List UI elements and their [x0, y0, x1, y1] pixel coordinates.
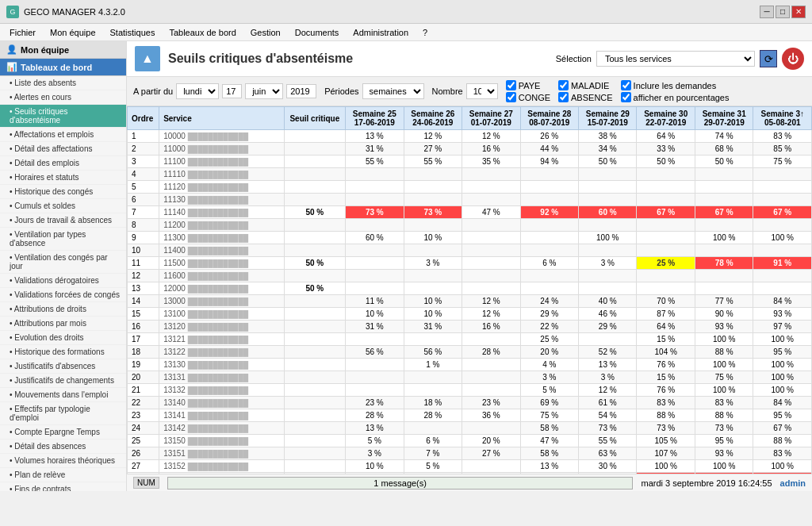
s31-cell — [695, 244, 753, 257]
menu-statistiques[interactable]: Statistiques — [104, 26, 162, 39]
seuil-cell — [284, 295, 345, 308]
menu-help[interactable]: ? — [416, 26, 434, 39]
s32-cell: 100 % — [753, 460, 812, 473]
checkbox-absence[interactable]: ABSENCE — [558, 92, 613, 102]
periodes-select[interactable]: semaines — [362, 83, 424, 99]
sidebar-item-valid-derogatoires[interactable]: • Validations dérogatoires — [0, 274, 126, 288]
s30-cell: 73 % — [637, 422, 695, 435]
sidebar-item-liste-absents[interactable]: • Liste des absents — [0, 76, 126, 90]
sidebar-item-detail-absences[interactable]: • Détail des absences — [0, 440, 126, 454]
checkbox-paye[interactable]: PAYE — [506, 80, 550, 90]
s27-cell — [462, 422, 520, 435]
s30-cell: 104 % — [637, 346, 695, 359]
service-cell: 13151 ████████████ — [159, 447, 284, 460]
sidebar-item-plan-releve[interactable]: • Plan de relève — [0, 468, 126, 482]
s31-cell — [695, 168, 753, 181]
s26-cell: 27 % — [404, 143, 462, 155]
sidebar-item-detail-aff[interactable]: • Détail des affectations — [0, 142, 126, 156]
service-cell: 13150 ████████████ — [159, 435, 284, 447]
seuil-cell: 50 % — [284, 206, 345, 219]
sidebar-item-jours-travail[interactable]: • Jours de travail & absences — [0, 213, 126, 228]
s28-cell: 22 % — [520, 321, 578, 333]
s28-cell: 75 % — [520, 409, 578, 422]
selection-dropdown[interactable]: Tous les services — [596, 51, 755, 67]
sidebar-mon-equipe-label: Mon équipe — [21, 45, 69, 55]
sidebar-item-volumes-horaires[interactable]: • Volumes horaires théoriques — [0, 454, 126, 468]
s28-cell: 44 % — [520, 143, 578, 155]
sidebar-item-affectations[interactable]: • Affectations et emplois — [0, 128, 126, 142]
s27-cell: 47 % — [462, 206, 520, 219]
menu-gestion[interactable]: Gestion — [244, 26, 287, 39]
checkbox-inclure[interactable]: Inclure les demandes — [621, 80, 730, 90]
menu-fichier[interactable]: Fichier — [3, 26, 42, 39]
sidebar-item-attr-droits[interactable]: • Attributions de droits — [0, 302, 126, 317]
menu-documents[interactable]: Documents — [289, 26, 346, 39]
sidebar-item-mouvements[interactable]: • Mouvements dans l'emploi — [0, 388, 126, 402]
sidebar-section-tableaux[interactable]: 📊 Tableaux de bord — [0, 59, 126, 76]
day-select[interactable]: lundi — [176, 83, 219, 99]
s31-cell — [695, 282, 753, 295]
s25-cell: 23 % — [346, 397, 404, 409]
s25-cell: 13 % — [346, 422, 404, 435]
table-row: 2 — [128, 143, 159, 155]
s26-cell: 31 % — [404, 321, 462, 333]
menu-administration[interactable]: Administration — [347, 26, 415, 39]
date-day-input[interactable] — [222, 84, 242, 98]
nombre-select[interactable]: 10 — [466, 83, 498, 99]
sidebar-item-seuils[interactable]: • Seuils critiques d'absentéisme — [0, 105, 126, 128]
checkbox-pourcentages[interactable]: afficher en pourcentages — [621, 92, 730, 102]
s32-cell: 67 % — [753, 206, 812, 219]
data-table-container[interactable]: Ordre Service Seuil critique Semaine 251… — [127, 106, 812, 474]
s30-cell: 67 % — [637, 206, 695, 219]
sidebar-item-ventilation-types[interactable]: • Ventilation par types d'absence — [0, 228, 126, 251]
menu-mon-equipe[interactable]: Mon équipe — [44, 26, 102, 39]
s27-cell — [462, 384, 520, 397]
sidebar-item-alertes[interactable]: • Alertes en cours — [0, 90, 126, 105]
s26-cell: 12 % — [404, 130, 462, 143]
sidebar-item-compte-epargne[interactable]: • Compte Epargne Temps — [0, 425, 126, 440]
sidebar-item-ventilation-conges[interactable]: • Ventilation des congés par jour — [0, 251, 126, 274]
s29-cell — [579, 270, 637, 282]
date-year-input[interactable] — [286, 84, 316, 98]
sidebar-section-mon-equipe[interactable]: 👤 Mon équipe — [0, 41, 126, 59]
sidebar-item-horaires[interactable]: • Horaires et statuts — [0, 171, 126, 185]
s25-cell — [346, 194, 404, 206]
service-cell: 11500 ████████████ — [159, 257, 284, 270]
service-cell: 13140 ████████████ — [159, 397, 284, 409]
month-select[interactable]: juin — [245, 83, 283, 99]
sidebar-item-attr-mois[interactable]: • Attributions par mois — [0, 317, 126, 331]
page-icon: ▲ — [135, 46, 160, 71]
s28-cell: 20 % — [520, 346, 578, 359]
s25-cell — [346, 244, 404, 257]
s31-cell: 88 % — [695, 409, 753, 422]
s31-cell: 73 % — [695, 422, 753, 435]
sidebar-item-histo-formations[interactable]: • Historique des formations — [0, 345, 126, 359]
sidebar-item-justif-changements[interactable]: • Justificatifs de changements — [0, 374, 126, 388]
s25-cell — [346, 359, 404, 371]
s26-cell — [404, 219, 462, 232]
checkbox-conge[interactable]: CONGE — [506, 92, 550, 102]
maximize-button[interactable]: □ — [776, 6, 790, 18]
content-header: ▲ Seuils critiques d'absentéisme Sélecti… — [127, 41, 812, 77]
sidebar-item-effectifs[interactable]: • Effectifs par typologie d'emploi — [0, 402, 126, 425]
s32-cell: 67 % — [753, 422, 812, 435]
service-cell: 11000 ████████████ — [159, 143, 284, 155]
s29-cell: 38 % — [579, 130, 637, 143]
status-message: 1 message(s) — [167, 477, 634, 490]
s29-cell: 34 % — [579, 143, 637, 155]
window-controls[interactable]: ─ □ ✕ — [760, 6, 806, 18]
checkbox-maladie[interactable]: MALADIE — [558, 80, 613, 90]
power-button[interactable]: ⏻ — [782, 48, 804, 70]
s25-cell: 60 % — [346, 232, 404, 244]
sidebar-item-valid-forces[interactable]: • Validations forcées de congés — [0, 288, 126, 302]
sidebar-item-fins-contrats[interactable]: • Fins de contrats — [0, 482, 126, 491]
refresh-button[interactable]: ⟳ — [760, 50, 777, 67]
sidebar-item-cumuls[interactable]: • Cumuls et soldes — [0, 199, 126, 213]
close-button[interactable]: ✕ — [791, 6, 806, 18]
sidebar-item-detail-emp[interactable]: • Détail des emplois — [0, 156, 126, 171]
sidebar-item-evolution-droits[interactable]: • Evolution des droits — [0, 331, 126, 345]
minimize-button[interactable]: ─ — [760, 6, 774, 18]
menu-tableaux-de-bord[interactable]: Tableaux de bord — [163, 26, 242, 39]
sidebar-item-histo-conges[interactable]: • Historique des congés — [0, 185, 126, 199]
sidebar-item-justif-absences[interactable]: • Justificatifs d'absences — [0, 359, 126, 374]
